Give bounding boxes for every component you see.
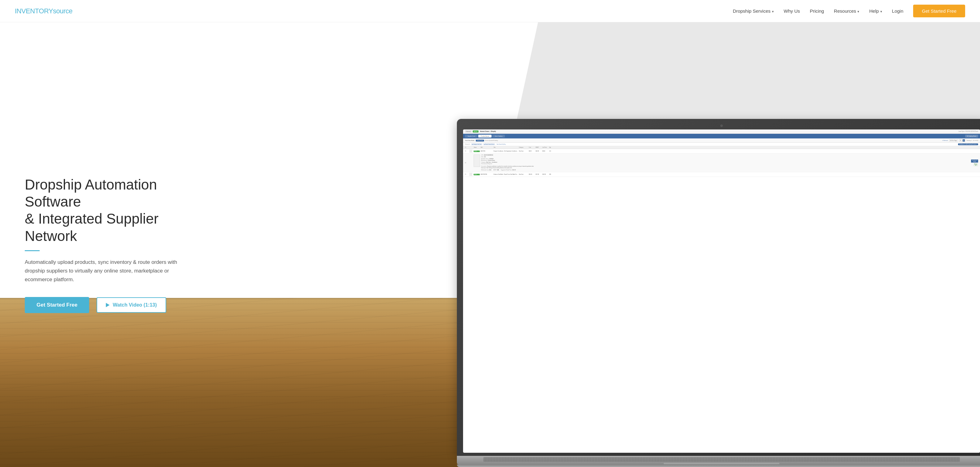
logo-text-part1: INVENTORY [15,7,53,15]
screen-store-name: Honest Green :: Shopify [480,131,496,132]
screen-view-grid-icon[interactable]: ⊞ [963,139,965,142]
screen-row1-img [469,150,473,153]
screen-view-list-icon[interactable]: ☰ [959,139,962,142]
screen-table-header: ☐ Status SKU Title Category Cost MSRP Li… [463,146,980,149]
screen-content: Paused Active Honest Green :: Shopify La… [463,129,980,453]
hero-title-line2: & Integrated Supplier Network [25,210,159,244]
laptop-trackpad [663,462,780,464]
nav-cta-item[interactable]: Get Started Free [913,8,965,14]
screen-filter-chip1[interactable]: ◉ Category: Hair Care [471,143,482,145]
screen-row3-category: Hair Care [519,174,528,175]
hero-cta-secondary[interactable]: Watch Video (1:13) [97,297,166,313]
hero-title: Dropship Automation Software & Integrate… [25,176,186,245]
nav-link-why-us[interactable]: Why Us [784,8,800,14]
screen-filter-chip2[interactable]: ◉ Brand: Honest Green [483,143,495,145]
play-icon [106,303,110,307]
screen-topbar: Paused Active Honest Green :: Shopify La… [463,129,980,134]
hero-title-line1: Dropship Automation Software [25,177,157,210]
screen-row2-price-buttons: List Price (7) $8.84 Margin $4 [536,159,978,166]
hero-content: Dropship Automation Software & Integrate… [0,158,210,332]
laptop-base [457,456,980,464]
hero-laptop-image: Paused Active Honest Green :: Shopify La… [457,119,980,467]
screen-toolbar: Feed View Mode: Entire Feed Not In Queue… [463,139,980,143]
screen-bulk-actions-btn[interactable]: Bulk Actions For All 3 matching Products… [958,143,978,145]
hero-cta-secondary-label: Watch Video (1:13) [113,302,157,308]
screen-row1-sku: 34027291 [480,150,493,152]
hero-buttons: Get Started Free Watch Video (1:13) [25,297,186,313]
screen-row1-cost: $3.60 [529,150,535,152]
screen-row3-img [469,173,473,176]
nav-link-login[interactable]: Login [892,8,904,14]
screen-tab-supplier-feed[interactable]: Supplier Feed [465,135,477,137]
screen-row3-cost: $10.45 [529,174,535,175]
screen-row2-margin-btn[interactable]: Margin $4 [974,163,978,166]
hero-divider [25,250,40,251]
nav-item-login[interactable]: Login [892,8,904,14]
logo-text-part2: SOUrce [53,7,72,15]
screen-row1-msrp: $12.00 [536,150,542,152]
screen-row1-list-price: $8.84 [542,150,549,152]
screen-entire-feed-btn[interactable]: Entire Feed [476,140,484,142]
nav-item-dropship-services[interactable]: Dropship Services [733,8,774,14]
screen-row2-detail-text: UPC: BURY3939RRR83 SKU: 372 Available Si… [481,155,536,171]
nav-links: Dropship Services Why Us Pricing Resourc… [733,8,965,14]
screen-row3-status: Active [474,174,480,175]
nav-item-help[interactable]: Help [869,8,882,14]
screen-feed-view-label: Feed View Mode: [465,140,474,141]
hero-cta-primary[interactable]: Get Started Free [25,297,89,313]
screen-tab-catalog-rules[interactable]: ⚙ Catalog Rules [965,135,978,137]
nav-item-resources[interactable]: Resources [834,8,859,14]
logo[interactable]: INVENTORYSOUrce [15,7,72,15]
screen-row1-title: Enzyme Conditioner - Not Vegetarian Cond… [493,150,518,152]
screen-row1-status: Active [474,150,480,152]
screen-row3-msrp: $17.99 [536,174,542,175]
laptop-screen: Paused Active Honest Green :: Shopify La… [463,129,980,453]
screen-row3-title: Enhance Hair Mask - Purple From Hair Mas… [493,174,518,175]
nav-item-why-us[interactable]: Why Us [784,8,800,14]
screen-filter-label: Filtering On: [465,144,470,145]
screen-table-row-2-expanded: ☐ UPC: BURY3939RRR83 SKU: 372 Available … [463,154,980,172]
laptop-keyboard [484,457,960,462]
laptop-mockup: Paused Active Honest Green :: Shopify La… [457,119,980,467]
screen-tabs: Supplier Feed Product Queue Store Catalo… [463,134,980,139]
screen-row2-detail: UPC: BURY3939RRR83 SKU: 372 Available Si… [474,155,536,171]
hero-subtitle: Automatically upload products, sync inve… [25,258,186,284]
screen-viewing: Viewing 1 - 50 of 623 [966,140,978,141]
screen-table-row-1[interactable]: ☐ Active 34027291 Enzyme Conditioner - N… [463,149,980,154]
nav-link-resources[interactable]: Resources [834,8,856,14]
screen-row2-product-image [474,155,480,167]
screen-status-active: Active [473,131,479,132]
laptop-hinge [457,464,980,467]
screen-row3-qty: 200 [549,174,555,175]
laptop-screen-outer: Paused Active Honest Green :: Shopify La… [457,119,980,456]
screen-last-sync: Last Sync: 5/12/18 10:54:30 am [958,131,978,132]
screen-table-row-3[interactable]: ☐ Active 34027307091 Enhance Hair Mask -… [463,172,980,177]
laptop-camera [720,124,723,127]
nav-item-pricing[interactable]: Pricing [810,8,824,14]
screen-tab-product-queue[interactable]: Product Queue [478,135,492,137]
screen-status-paused: Paused [465,131,472,132]
screen-row3-sku: 34027307091 [480,174,493,175]
screen-save-search[interactable]: Save Search | By Tag [496,144,506,145]
nav-link-help[interactable]: Help [869,8,879,14]
screen-filter-row: Filtering On: ◉ Category: Hair Care ◉ Br… [463,143,980,146]
nav-link-dropship-services[interactable]: Dropship Services [733,8,771,14]
screen-row2-list-price-btn[interactable]: List Price (7) $8.84 [971,159,978,163]
screen-tab-store-catalog[interactable]: Store Catalog [492,135,504,137]
screen-not-queued-label: Not In Queued/Catalog [485,140,498,141]
nav-cta-button[interactable]: Get Started Free [913,5,965,18]
screen-per-page[interactable]: 50 Per Page [949,139,958,142]
nav-link-pricing[interactable]: Pricing [810,8,824,14]
screen-refresh-btn[interactable]: ↺ Refresh [942,140,948,141]
hero-section: Dropship Automation Software & Integrate… [0,22,980,467]
screen-row1-category: Hair Care [519,150,528,152]
screen-row1-qty: 111 [549,150,555,152]
navbar: INVENTORYSOUrce Dropship Services Why Us… [0,0,980,22]
screen-row3-list-price: $12.99 [542,174,549,175]
